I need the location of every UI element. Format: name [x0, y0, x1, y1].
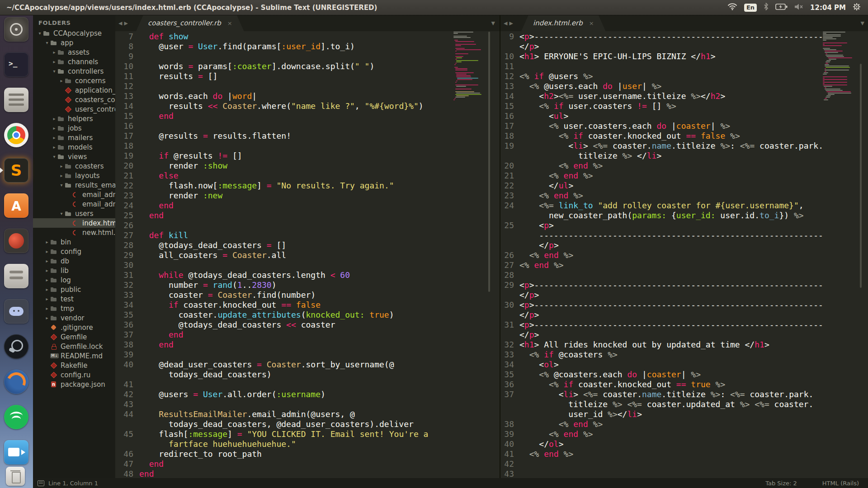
code-line[interactable]: 37 end [115, 330, 500, 340]
code-line[interactable]: 12<% if @users %> [500, 71, 868, 81]
code-line[interactable]: 32<h1> All rides knocked out by updated_… [500, 340, 868, 350]
sidebar-item-public[interactable]: ▸public [33, 285, 115, 294]
tab-size-indicator[interactable]: Tab Size: 2 [765, 480, 797, 487]
scrollbar-left[interactable] [488, 32, 490, 292]
sidebar-item-application-controller-rb[interactable]: application_controller.rb [33, 85, 115, 95]
code-line[interactable]: 31 while @todays_dead_coasters.length < … [115, 270, 500, 280]
volume-muted-icon[interactable] [794, 3, 803, 12]
nav-forward-icon[interactable]: ▶ [124, 20, 127, 26]
sidebar-item-gitignore[interactable]: .gitignore [33, 323, 115, 332]
tab-close-icon[interactable]: × [227, 20, 232, 27]
code-line[interactable]: 46 redirect_to root_path [115, 449, 500, 459]
sidebar-item-ccapocalypse[interactable]: ▾CCApocalypse [33, 28, 115, 38]
code-line[interactable]: 14 results << Coaster.where("name like ?… [115, 101, 500, 111]
code-line[interactable]: 26 <% end %> [500, 250, 868, 260]
sidebar-item-controllers[interactable]: ▾controllers [33, 66, 115, 76]
launcher-item-spotify[interactable] [4, 405, 28, 429]
tab-overflow-icon[interactable]: ▼ [861, 20, 864, 26]
code-line[interactable]: 21 <% end %> [500, 171, 868, 181]
tab-coasters-controller[interactable]: coasters_controller.rb × [136, 15, 244, 31]
code-line[interactable]: 16 [115, 121, 500, 131]
code-line[interactable]: 41 [115, 380, 500, 389]
code-line[interactable]: 47 end [115, 459, 500, 469]
sidebar-item-app[interactable]: ▾app [33, 38, 115, 47]
sidebar-item-gemfile[interactable]: Gemfile [33, 332, 115, 342]
sidebar-item-results-email-mailer[interactable]: ▾results_email_mailer [33, 180, 115, 190]
code-area-left[interactable]: 7 def show8 @user = User.find(params[:us… [115, 31, 500, 478]
launcher-item-files[interactable] [4, 88, 28, 112]
code-line[interactable]: 39 <% end %> [500, 429, 868, 439]
code-line[interactable]: 32 number = rand(1..2830) [115, 280, 500, 290]
code-line[interactable]: 36 <% if coaster.knocked_out == true %> [500, 380, 868, 389]
code-line[interactable]: 15 end [115, 111, 500, 121]
tab-index-html-erb[interactable]: index.html.erb × [521, 15, 606, 31]
code-line[interactable]: 19 if @results != [] [115, 151, 500, 161]
launcher-item-sublime[interactable] [4, 158, 28, 183]
code-line[interactable]: 44 ResultsEmailMailer.email_admin(@users… [115, 409, 500, 419]
code-line[interactable]: 11 [500, 61, 868, 71]
tab-close-icon[interactable]: × [589, 20, 594, 27]
code-line[interactable]: 43 [500, 469, 868, 478]
code-line[interactable]: 14 <h2><%= user.username.titleize %></h2… [500, 91, 868, 101]
code-line[interactable]: 24 <%= link_to "add rolley coaster for #… [500, 201, 868, 211]
code-line[interactable]: 40 </ol> [500, 439, 868, 449]
code-line[interactable]: 22 </ul> [500, 181, 868, 191]
code-line[interactable]: 9 [115, 52, 500, 61]
battery-icon[interactable] [775, 3, 788, 12]
code-line[interactable]: 42 [500, 459, 868, 469]
sidebar-item-email-admin-text-erb[interactable]: email_admin.text.erb [33, 199, 115, 209]
code-line[interactable]: 31<p>-----------------------------------… [500, 320, 868, 330]
code-line[interactable]: 43 [115, 399, 500, 409]
code-line[interactable]: 18 <% if coaster.knocked_out == false %> [500, 131, 868, 141]
launcher-item-camera[interactable] [4, 440, 28, 465]
code-line[interactable]: 42 @users = User.all.order(:username) [115, 389, 500, 399]
code-line[interactable]: 27 def kill [115, 230, 500, 240]
code-line[interactable]: 16 <ul> [500, 111, 868, 121]
code-line[interactable]: 45 flash[:message] = "YOU CLICKED IT. Em… [115, 429, 500, 439]
nav-forward-icon[interactable]: ▶ [509, 20, 513, 26]
sidebar-item-log[interactable]: ▸log [33, 275, 115, 285]
code-line[interactable]: 22 flash.now[:message] = "No results. Tr… [115, 181, 500, 191]
code-line[interactable]: 41 <% end %> [500, 449, 868, 459]
code-line[interactable]: </p> [500, 330, 868, 340]
vintage-panel-icon[interactable] [38, 480, 44, 486]
scrollbar-right[interactable] [860, 64, 862, 288]
code-line[interactable]: 35 <% @coasters.each do |coaster| %> [500, 370, 868, 380]
sidebar-item-layouts[interactable]: ▸layouts [33, 171, 115, 180]
launcher-item-archive-manager[interactable] [4, 264, 28, 288]
code-line[interactable]: 8 @user = User.find(params[:user_id].to_… [115, 42, 500, 52]
code-line[interactable]: 9<p>------------------------------------… [500, 32, 868, 42]
code-line[interactable]: 13 words.each do |word| [115, 91, 500, 101]
sidebar-item-channels[interactable]: ▸channels [33, 57, 115, 66]
sidebar-item-models[interactable]: ▸models [33, 142, 115, 152]
code-line[interactable]: 29<p>-----------------------------------… [500, 280, 868, 290]
launcher-item-software-updater[interactable] [4, 229, 28, 253]
code-line[interactable]: 20 render :show [115, 161, 500, 171]
launcher-item-ubuntu-dash[interactable] [4, 17, 28, 42]
code-line[interactable]: 29 all_coasters = Coaster.all [115, 250, 500, 260]
clock[interactable]: 12:04 PM [810, 4, 846, 12]
code-line[interactable]: titleize %> <%= coaster.updated_at %> <%… [500, 399, 868, 409]
code-line[interactable]: </p> [500, 290, 868, 300]
minimap-right[interactable] [823, 32, 848, 105]
code-line[interactable]: 12 [115, 81, 500, 91]
code-line[interactable]: </p> [500, 42, 868, 52]
code-line[interactable]: titleize %> </li> [500, 151, 868, 161]
launcher-item-terminal[interactable] [4, 52, 28, 77]
code-area-right[interactable]: 9<p>------------------------------------… [500, 31, 868, 478]
launcher-item-firefox[interactable] [4, 370, 28, 394]
code-line[interactable]: 25 end [115, 211, 500, 221]
sidebar-item-vendor[interactable]: ▸vendor [33, 313, 115, 323]
code-line[interactable]: 28 @todays_dead_coasters = [] [115, 240, 500, 250]
nav-back-icon[interactable]: ◀ [504, 20, 507, 26]
code-line[interactable]: 20 <% end %> [500, 161, 868, 171]
tab-overflow-icon[interactable]: ▼ [491, 20, 495, 26]
sidebar-item-index-html-erb[interactable]: index.html.erb [33, 218, 115, 228]
code-line[interactable]: </p> [500, 240, 868, 250]
sidebar-item-views[interactable]: ▾views [33, 152, 115, 161]
code-line[interactable]: 15 <% if user.coasters != [] %> [500, 101, 868, 111]
keyboard-layout-indicator[interactable]: En [744, 4, 757, 12]
launcher-item-chrome[interactable] [4, 123, 28, 147]
sidebar-item-email-admin-html-erb[interactable]: email_admin.html.erb [33, 190, 115, 199]
launcher-item-discord[interactable] [4, 299, 28, 324]
